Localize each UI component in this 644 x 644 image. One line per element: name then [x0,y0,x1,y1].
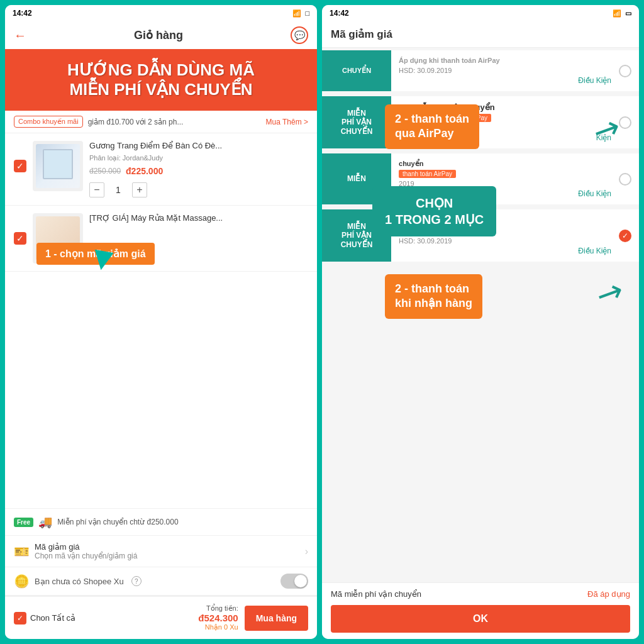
qty-value-1: 1 [112,185,125,195]
right-panel: 14:42 📶 ▭ Mã giảm giá CHUYỂN Áp dụng khi… [322,5,639,639]
original-price-1: đ250.000 [89,167,121,175]
coupon-hsd-0: HSD: 30.09.2019 [399,67,611,74]
arrow-down-annotation: ▼ [87,240,119,277]
coupon-area: CHUYỂN Áp dụng khi thanh toán AirPay HSD… [322,48,639,582]
annotation-nhan-hang: 2 - thanh toánkhi nhận hàng [385,274,482,319]
coupon-left-1: MIỄNPHÍ VẬNCHUYỂN [322,96,391,148]
xu-toggle[interactable] [280,574,308,589]
total-label: Tổng tiền: [82,604,238,613]
xu-help-icon[interactable]: ? [131,576,142,586]
product-checkbox-2[interactable]: ✓ [14,232,26,245]
ok-button[interactable]: OK [331,605,630,633]
voucher-title: Mã giảm giá [35,542,300,552]
total-amount: đ524.300 [82,613,238,623]
product-image-1 [33,141,83,191]
product-variant-1: Phân loại: Jordan&Judy [89,154,308,162]
product-item-1: ✓ Gương Trang Điểm Để Bàn Có Đè... Phân … [5,133,317,206]
truck-icon: 🚚 [38,515,52,529]
coupon-radio-2[interactable] [619,173,631,186]
total-section: Tổng tiền: đ524.300 Nhận 0 Xu [82,604,238,631]
voucher-row[interactable]: 🎫 Mã giảm giá Chọn mã vận chuyển/giảm gi… [5,535,317,567]
applied-label: Mã miễn phí vận chuyển [331,589,421,599]
status-bar-right: 14:42 📶 ▭ [322,5,639,21]
select-all-label: Chon Tất cả [30,613,75,623]
teal-arrow-top: ↗ [594,111,620,147]
teal-arrow-bottom: ↗ [597,274,623,311]
battery-left: □ [305,9,309,17]
applied-status: Đã áp dụng [587,589,630,599]
signal-left: 📶 [292,9,301,18]
dieu-kien-3[interactable]: Điều Kiện [578,247,611,255]
select-all-checkbox[interactable]: ✓ [14,612,26,625]
time-left: 14:42 [13,9,32,18]
coupon-right-0: Áp dụng khi thanh toán AirPay HSD: 30.09… [391,50,619,91]
mua-them-link[interactable]: Mua Thêm > [266,118,308,126]
right-page-title: Mã giảm giá [331,28,630,41]
combo-bar: Combo khuyến mãi giảm đ10.700 với 2 sản … [5,111,317,133]
battery-right: ▭ [625,9,631,18]
banner: HƯỚNG DẪN DÙNG MÃ MIỄN PHÍ VẬN CHUYỂN [5,49,317,111]
coupon-left-0: CHUYỂN [322,50,391,91]
coupon-badge-2: thanh toán AirPay [399,170,456,178]
voucher-arrow-icon: › [305,546,308,557]
shipping-text: Miễn phí vận chuyển chtừ đ250.000 [57,518,178,526]
combo-text: giảm đ10.700 với 2 sản ph... [88,118,184,126]
signal-right: 📶 [613,9,621,18]
product-name-1: Gương Trang Điểm Để Bàn Có Đè... [89,141,308,152]
time-right: 14:42 [330,9,349,18]
status-bar-left: 14:42 📶 □ [5,5,317,21]
dieu-kien-2[interactable]: Điều Kiện [578,189,611,198]
product-list: ✓ Gương Trang Điểm Để Bàn Có Đè... Phân … [5,133,317,508]
shopee-xu-row: 🪙 Bạn chưa có Shopee Xu ? [5,567,317,596]
left-panel: 14:42 📶 □ ← Giỏ hàng 💬 HƯỚNG DẪN DÙNG MÃ… [5,5,317,639]
coupon-radio-0[interactable] [619,65,631,77]
product-item-2: ✓ [TRỢ GIÁ] Máy Rửa Mặt Massage... − 1 +… [5,206,317,272]
back-button[interactable]: ← [14,28,26,43]
xu-coin-icon: 🪙 [14,574,30,589]
bottom-bar: ✓ Chon Tất cả Tổng tiền: đ524.300 Nhận 0… [5,596,317,639]
product-name-2: [TRỢ GIÁ] Máy Rửa Mặt Massage... [89,213,308,224]
chat-icon[interactable]: 💬 [291,26,308,44]
product-checkbox-1[interactable]: ✓ [14,160,26,172]
coupon-card-0: CHUYỂN Áp dụng khi thanh toán AirPay HSD… [322,50,639,91]
combo-tag: Combo khuyến mãi [14,116,83,128]
top-bar-left: ← Giỏ hàng 💬 [5,21,317,49]
right-top-bar: Mã giảm giá [322,21,639,48]
buy-button[interactable]: Mua hàng [245,606,308,631]
nhan-xu-text: Nhận 0 Xu [82,623,238,631]
qty-increase-1[interactable]: + [132,182,147,197]
banner-text: HƯỚNG DẪN DÙNG MÃ MIỄN PHÍ VẬN CHUYỂN [18,60,304,99]
coupon-title-0: Áp dụng khi thanh toán AirPay [399,57,611,65]
select-all[interactable]: ✓ Chon Tất cả [14,612,75,625]
xu-text: Bạn chưa có Shopee Xu [35,577,124,586]
free-ship-badge: Free [14,518,33,527]
coupon-title-2: chuyển [399,160,611,168]
coupon-hsd-3: HSD: 30.09.2019 [399,237,611,245]
dieu-kien-0[interactable]: Điều Kiện [578,76,611,85]
coupon-radio-3[interactable] [619,230,631,242]
shipping-row: Free 🚚 Miễn phí vận chuyển chtừ đ250.000 [5,508,317,535]
annotation-chon: CHỌN1 TRONG 2 MỤC [372,186,496,236]
voucher-subtitle: Chọn mã vận chuyển/giảm giá [35,552,300,560]
applied-row: Mã miễn phí vận chuyển Đã áp dụng [331,589,630,599]
sale-price-1: đ225.000 [126,166,163,176]
voucher-icon: 🎫 [14,544,30,559]
voucher-detail: Mã giảm giá Chọn mã vận chuyển/giảm giá [35,542,300,560]
bottom-right: Mã miễn phí vận chuyển Đã áp dụng OK [322,582,639,639]
qty-decrease-1[interactable]: − [89,182,104,197]
annotation-airpay: 2 - thanh toánqua AirPay [385,104,479,149]
page-title-left: Giỏ hàng [134,28,183,42]
product-info-1: Gương Trang Điểm Để Bàn Có Đè... Phân lo… [89,141,308,197]
